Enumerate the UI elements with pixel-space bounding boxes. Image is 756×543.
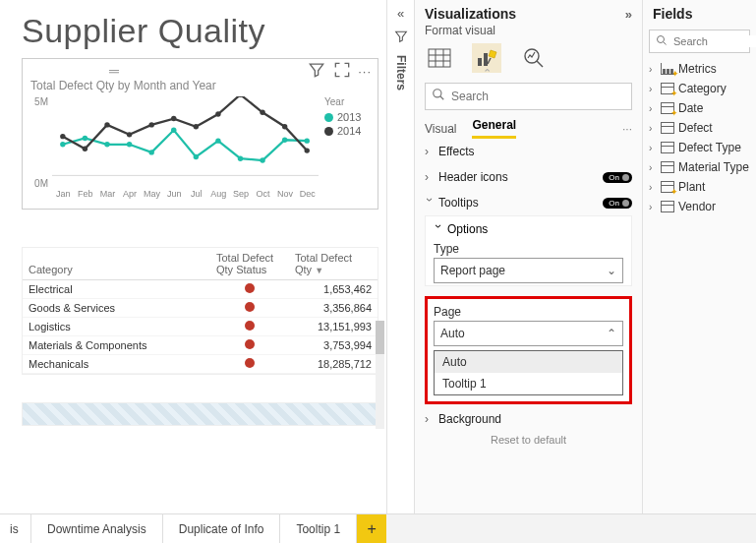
x-tick: Nov: [274, 189, 297, 203]
chevron-up-icon: ⌃: [607, 327, 616, 340]
table-row[interactable]: Electrical1,653,462: [23, 280, 378, 299]
collapse-icon[interactable]: «: [397, 6, 404, 21]
drag-handle-icon[interactable]: ═: [109, 63, 120, 79]
fields-search[interactable]: [649, 30, 750, 53]
field-table[interactable]: ›✦Plant: [649, 177, 750, 197]
analytics-icon[interactable]: [519, 43, 549, 73]
field-table[interactable]: ›✦Metrics: [649, 59, 750, 79]
svg-point-10: [260, 157, 264, 162]
svg-rect-30: [478, 58, 482, 66]
filters-icon[interactable]: [393, 29, 409, 47]
tab-visual[interactable]: Visual: [425, 122, 456, 136]
field-table[interactable]: ›✦Category: [649, 79, 750, 98]
options-header[interactable]: ›Options: [434, 222, 623, 236]
toggle-on[interactable]: On: [603, 172, 632, 183]
x-tick: May: [141, 189, 163, 203]
page-select[interactable]: Auto⌃: [434, 321, 623, 346]
table-icon: ✦: [661, 102, 674, 114]
field-table[interactable]: ›✦Date: [649, 98, 750, 118]
page-tab[interactable]: is: [0, 514, 31, 543]
table-row[interactable]: Materials & Components3,753,994: [23, 336, 378, 355]
section-header-icons[interactable]: › Header icons On: [415, 164, 642, 190]
svg-rect-31: [484, 53, 488, 66]
table-icon: ✦: [661, 83, 674, 94]
page-option[interactable]: Tooltip 1: [435, 373, 622, 394]
line-chart-visual[interactable]: ═ ··· Total Defect Qty by Month and Year…: [22, 58, 378, 210]
page-tab[interactable]: Duplicate of Info: [163, 514, 281, 543]
svg-point-1: [60, 142, 65, 147]
legend-item[interactable]: 2013: [324, 111, 372, 123]
chevron-right-icon: ›: [649, 143, 657, 153]
svg-point-3: [104, 142, 109, 147]
svg-point-12: [305, 138, 310, 143]
filter-icon[interactable]: [307, 60, 326, 83]
chevron-right-icon: ›: [425, 170, 435, 184]
x-tick: Aug: [207, 189, 230, 203]
x-tick: Jan: [52, 189, 75, 203]
fields-header: Fields: [653, 6, 692, 22]
field-label: Defect: [678, 121, 713, 135]
expand-icon[interactable]: »: [625, 7, 632, 22]
svg-point-35: [434, 90, 441, 97]
add-page-button[interactable]: +: [357, 514, 386, 543]
tab-more-icon[interactable]: ···: [622, 122, 632, 136]
field-label: Plant: [678, 180, 705, 194]
chevron-down-icon: ›: [432, 224, 445, 234]
svg-point-20: [215, 111, 220, 116]
filters-pane-collapsed: « Filters: [386, 0, 414, 513]
scrollbar[interactable]: [376, 321, 384, 429]
table-row[interactable]: Goods & Services3,356,864: [23, 299, 378, 318]
svg-point-14: [83, 147, 87, 151]
table-row[interactable]: Mechanicals18,285,712: [23, 355, 378, 374]
field-label: Defect Type: [678, 141, 741, 154]
reset-to-default[interactable]: Reset to default: [415, 432, 642, 448]
section-tooltips[interactable]: › Tooltips On: [415, 190, 642, 215]
map-visual[interactable]: [22, 402, 378, 426]
chevron-right-icon: ›: [425, 145, 435, 158]
type-select[interactable]: Report page⌄: [434, 258, 623, 283]
report-canvas: Supplier Quality ═ ··· Total Defect Qty …: [0, 0, 386, 513]
page-option[interactable]: Auto: [435, 351, 622, 373]
section-effects[interactable]: › Effects: [415, 139, 642, 164]
visualizations-header: Visualizations: [425, 6, 516, 22]
sort-desc-icon: ▼: [315, 266, 323, 275]
toggle-on[interactable]: On: [603, 198, 632, 209]
filters-label[interactable]: Filters: [394, 55, 408, 90]
page-tab[interactable]: Tooltip 1: [280, 514, 357, 543]
tooltips-options-card: ›Options Type Report page⌄: [425, 215, 632, 286]
legend-item[interactable]: 2014: [324, 125, 372, 137]
status-dot-icon: [245, 321, 255, 331]
more-options-icon[interactable]: ···: [358, 64, 372, 79]
svg-line-36: [440, 96, 444, 100]
field-table[interactable]: ›Defect: [649, 118, 750, 138]
svg-point-16: [127, 132, 132, 137]
chevron-right-icon: ›: [649, 64, 657, 75]
col-category[interactable]: Category: [23, 248, 210, 280]
col-status[interactable]: Total Defect Qty Status: [210, 248, 289, 280]
chevron-down-icon: ⌄: [607, 264, 616, 277]
page-tab[interactable]: Downtime Analysis: [31, 514, 163, 543]
table-icon: [661, 201, 674, 212]
field-label: Metrics: [678, 62, 717, 76]
page-tab-bar: is Downtime Analysis Duplicate of Info T…: [0, 513, 756, 543]
tab-general[interactable]: General: [472, 118, 516, 139]
x-tick: Feb: [75, 189, 97, 203]
table-visual[interactable]: Category Total Defect Qty Status Total D…: [22, 247, 378, 375]
field-table[interactable]: ›Defect Type: [649, 138, 750, 157]
field-label: Vendor: [678, 200, 716, 213]
field-table[interactable]: ›Material Type: [649, 157, 750, 177]
table-row[interactable]: Logistics13,151,993: [23, 318, 378, 336]
svg-point-37: [658, 36, 665, 43]
focus-mode-icon[interactable]: [332, 60, 352, 83]
chart-plot-area[interactable]: 5M 0M JanFebMarAprMayJunJulAugSepOctNovD…: [29, 96, 319, 203]
section-background[interactable]: › Background: [415, 408, 642, 432]
page-label: Page: [434, 305, 623, 319]
col-qty[interactable]: Total Defect Qty ▼: [289, 248, 378, 280]
build-visual-icon[interactable]: [425, 43, 454, 73]
format-visual-icon[interactable]: ⌃: [472, 43, 501, 73]
fields-search-input[interactable]: [673, 35, 756, 47]
format-search-input[interactable]: [451, 90, 625, 103]
svg-point-6: [171, 128, 176, 133]
format-search[interactable]: [425, 83, 632, 110]
field-table[interactable]: ›Vendor: [649, 197, 750, 216]
